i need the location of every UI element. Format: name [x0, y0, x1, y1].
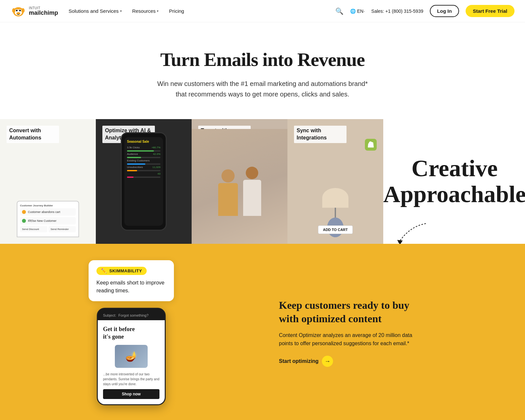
laptop-mockup: Customer Journey Builder Customer abando…: [17, 201, 79, 237]
creative-word-1: Creative: [411, 156, 498, 181]
email-content: Get it before it's gone 🪔 ...be more int…: [98, 320, 165, 404]
phone-mockup-bottom: Subject: Forgot something? Get it before…: [97, 308, 166, 405]
logo-intuit-text: INTUIT: [29, 7, 58, 10]
creative-text-area: Creative Approachable: [383, 119, 525, 244]
panel-segmentation[interactable]: Target with Segmentation: [192, 119, 287, 244]
sales-number: Sales: +1 (800) 315-5939: [371, 9, 423, 14]
skimmability-description: Keep emails short to improve reading tim…: [96, 279, 166, 295]
globe-icon: 🌐: [350, 9, 356, 14]
section-title: Keep customers ready to buy with optimiz…: [279, 299, 410, 326]
login-button[interactable]: Log In: [430, 5, 459, 17]
svg-point-5: [19, 10, 21, 11]
nav-resources[interactable]: Resources ▾: [132, 8, 159, 14]
svg-point-7: [12, 8, 15, 13]
email-body: ...be more introverted of our two pendan…: [103, 372, 159, 387]
bottom-left-panel: ✏️ SKIMMABILITY Keep emails short to imp…: [0, 244, 262, 420]
bottom-section: ✏️ SKIMMABILITY Keep emails short to imp…: [0, 244, 525, 420]
logo[interactable]: INTUIT mailchimp: [10, 3, 58, 19]
add-to-cart-badge: ADD TO CART: [318, 225, 353, 234]
start-trial-button[interactable]: Start Free Trial: [466, 5, 514, 17]
nav-solutions[interactable]: Solutions and Services ▾: [69, 8, 122, 14]
search-icon[interactable]: 🔍: [335, 7, 344, 15]
panel-automations-label: Convert with Automations: [7, 126, 59, 143]
email-headline: Get it before it's gone: [103, 326, 159, 341]
hero-subtitle: Win new customers with the #1 email mark…: [151, 78, 374, 99]
panel-ai[interactable]: Optimize with AI & Analytics Seasonal Sa…: [96, 119, 192, 244]
language-selector[interactable]: 🌐 EN·: [350, 9, 365, 14]
nav-pricing[interactable]: Pricing: [169, 8, 184, 14]
navbar: INTUIT mailchimp Solutions and Services …: [0, 0, 525, 22]
optimize-arrow-icon: →: [322, 356, 333, 367]
hero-title: Turn Emails into Revenue: [13, 49, 512, 71]
pencil-icon: ✏️: [101, 268, 107, 274]
solutions-chevron-icon: ▾: [120, 9, 122, 13]
logo-icon: [10, 3, 26, 19]
creative-word-2: Approachable: [383, 181, 525, 207]
svg-point-4: [16, 10, 18, 11]
lamp-shade: [322, 188, 348, 208]
skimmability-label: SKIMMABILITY: [109, 268, 142, 273]
skimmability-badge: ✏️ SKIMMABILITY: [96, 267, 147, 275]
panel-integrations[interactable]: Sync with Integrations ADD TO CART: [287, 119, 383, 244]
panel-automations[interactable]: Convert with Automations Customer Journe…: [0, 119, 96, 244]
email-product-image: 🪔: [115, 345, 148, 368]
svg-point-8: [21, 8, 25, 13]
shop-now-button[interactable]: Shop now: [103, 389, 159, 399]
logo-mailchimp-text: mailchimp: [29, 10, 58, 16]
email-subject-label: Subject: Forgot something?: [103, 313, 159, 317]
skimmability-card: ✏️ SKIMMABILITY Keep emails short to imp…: [89, 260, 174, 301]
panel-integrations-label: Sync with Integrations: [294, 126, 346, 143]
start-optimizing-link[interactable]: Start optimizing →: [279, 356, 512, 367]
phone-mockup-ai: Seasonal Sale 3.5k Clicks +80.7% Audienc…: [121, 132, 167, 231]
resources-chevron-icon: ▾: [157, 9, 158, 13]
lamp-stand: [335, 208, 336, 218]
section-description: Content Optimizer analyzes an average of…: [279, 331, 417, 348]
hero-section: Turn Emails into Revenue Win new custome…: [0, 22, 525, 119]
shopify-badge: [365, 139, 377, 151]
bottom-right-panel: Keep customers ready to buy with optimiz…: [262, 244, 525, 420]
